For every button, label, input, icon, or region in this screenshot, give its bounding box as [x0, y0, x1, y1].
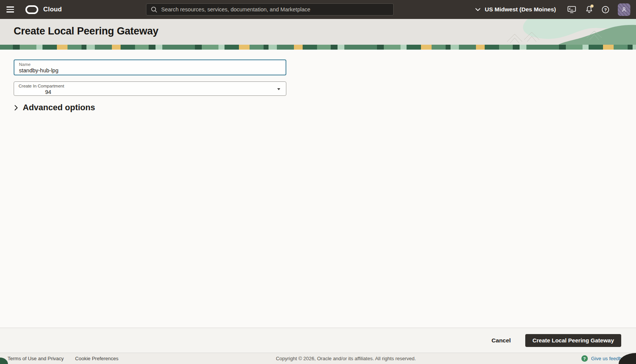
page-title: Create Local Peering Gateway: [14, 25, 159, 37]
footer: Terms of Use and Privacy Cookie Preferen…: [0, 353, 636, 364]
brand-label: Cloud: [43, 6, 62, 13]
region-selector[interactable]: US Midwest (Des Moines): [475, 6, 556, 13]
name-field-label: Name: [19, 62, 281, 67]
cloud-shell-icon[interactable]: [567, 5, 576, 14]
page-header: Create Local Peering Gateway: [0, 19, 636, 50]
terms-link[interactable]: Terms of Use and Privacy: [8, 356, 64, 361]
name-input[interactable]: [19, 67, 281, 73]
question-circle-icon: ?: [581, 355, 588, 362]
create-lpg-button[interactable]: Create Local Peering Gateway: [525, 334, 621, 347]
user-avatar[interactable]: [618, 3, 630, 16]
redacted-compartment-text: [19, 89, 44, 95]
advanced-options-toggle[interactable]: Advanced options: [14, 103, 95, 112]
person-icon: [621, 7, 627, 12]
action-bar: Cancel Create Local Peering Gateway: [0, 328, 636, 353]
notifications-bell-icon[interactable]: [585, 5, 593, 14]
cancel-button[interactable]: Cancel: [492, 337, 511, 344]
global-search[interactable]: [146, 3, 394, 16]
notification-badge: [590, 5, 594, 8]
chevron-down-icon: [475, 8, 481, 11]
copyright-text: Copyright © 2026, Oracle and/or its affi…: [276, 356, 416, 361]
compartment-value: 94: [19, 89, 281, 95]
header-decorative-art: [462, 19, 636, 45]
search-icon: [151, 6, 157, 13]
hamburger-menu-icon[interactable]: [6, 5, 16, 14]
topbar: Cloud US Midwest (Des Moines): [0, 0, 636, 19]
chevron-right-icon: [14, 105, 18, 111]
compartment-value-visible: 94: [45, 89, 51, 95]
compartment-select[interactable]: Create In Compartment 94: [14, 81, 286, 96]
search-input[interactable]: [161, 6, 389, 12]
advanced-options-label: Advanced options: [23, 103, 95, 112]
help-icon[interactable]: ?: [601, 6, 609, 14]
svg-text:?: ?: [604, 7, 607, 12]
topbar-right-cluster: US Midwest (Des Moines) ?: [475, 0, 630, 19]
region-label: US Midwest (Des Moines): [485, 6, 556, 13]
dropdown-caret-icon: [277, 88, 280, 90]
oracle-cloud-brand[interactable]: Cloud: [25, 5, 62, 14]
botanical-pattern-strip: [0, 45, 636, 50]
compartment-field-label: Create In Compartment: [19, 84, 281, 88]
cookie-preferences-link[interactable]: Cookie Preferences: [75, 356, 118, 361]
name-field[interactable]: Name: [14, 59, 286, 75]
oracle-logo-icon: [25, 5, 38, 14]
